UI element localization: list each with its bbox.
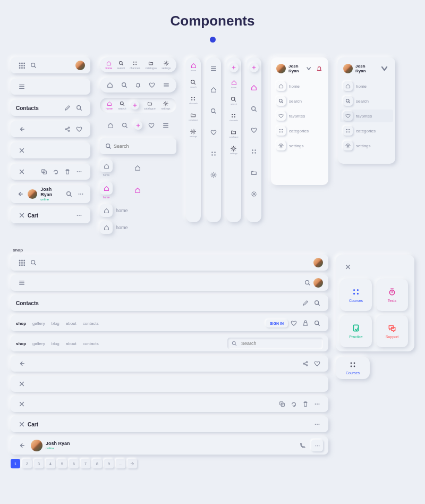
page-8[interactable]: 8 — [92, 459, 102, 468]
vrail-settings[interactable]: settings — [190, 129, 197, 138]
search-icon[interactable] — [118, 79, 130, 91]
tile-tests[interactable]: Tests — [376, 279, 408, 311]
menu-icon[interactable] — [16, 277, 28, 289]
gear-icon[interactable] — [208, 169, 219, 181]
page-ellipsis[interactable]: … — [116, 459, 125, 468]
nav-shop[interactable]: shop — [16, 321, 26, 326]
close-icon[interactable] — [16, 418, 28, 430]
vrail-catalogue[interactable]: catalogue — [229, 129, 238, 138]
home-chip[interactable] — [100, 159, 113, 172]
search-input[interactable] — [112, 144, 173, 149]
gear-icon[interactable] — [248, 188, 260, 200]
more-icon[interactable] — [73, 209, 85, 221]
page-9[interactable]: 9 — [104, 459, 114, 468]
sb-categories[interactable]: categories — [342, 124, 391, 137]
page-next[interactable] — [128, 459, 137, 468]
page-3[interactable]: 3 — [34, 459, 44, 468]
heart-icon[interactable] — [73, 123, 85, 135]
add-button[interactable] — [131, 101, 139, 110]
home-chip[interactable] — [100, 221, 113, 234]
back-icon[interactable] — [16, 123, 28, 135]
back-icon[interactable] — [16, 188, 24, 200]
search-input[interactable] — [239, 341, 319, 346]
menu-icon[interactable] — [208, 63, 219, 74]
page-6[interactable]: 6 — [69, 459, 79, 468]
home-icon[interactable] — [208, 84, 219, 96]
back-icon[interactable] — [16, 358, 28, 369]
nav-shop[interactable]: shop — [16, 341, 26, 346]
phone-icon[interactable] — [296, 440, 308, 451]
tile-support[interactable]: Support — [376, 315, 408, 347]
sb-home[interactable]: home — [342, 80, 391, 93]
more-button[interactable] — [311, 440, 323, 451]
add-button[interactable] — [229, 63, 239, 72]
chevron-down-icon[interactable] — [379, 63, 390, 74]
nav-search[interactable]: search — [116, 61, 126, 70]
search-icon[interactable] — [65, 188, 73, 200]
sb-categories[interactable]: categories — [275, 124, 324, 137]
close-icon[interactable] — [16, 145, 28, 156]
vrail-catalogue[interactable]: catalogue — [189, 112, 198, 121]
search-icon[interactable] — [311, 297, 323, 309]
sb-settings[interactable]: settings — [342, 139, 391, 152]
tile-courses-single[interactable]: Courses — [336, 357, 370, 379]
share-icon[interactable] — [300, 358, 311, 369]
menu-icon[interactable] — [16, 81, 28, 93]
more-icon[interactable] — [311, 398, 323, 410]
home-icon[interactable] — [132, 162, 143, 174]
avatar[interactable] — [343, 64, 353, 73]
dots4-icon[interactable] — [248, 146, 260, 157]
copy-icon[interactable] — [38, 166, 50, 178]
bell-icon[interactable] — [132, 79, 144, 91]
folder-icon[interactable] — [248, 167, 260, 179]
menu-icon[interactable] — [160, 79, 172, 91]
vrail-search[interactable]: search — [190, 79, 197, 88]
avatar[interactable] — [276, 64, 286, 73]
sb-search[interactable]: search — [342, 95, 391, 107]
search-icon[interactable] — [73, 102, 85, 114]
heart-icon[interactable] — [288, 317, 300, 329]
page-4[interactable]: 4 — [46, 459, 55, 468]
chevron-down-icon[interactable] — [305, 63, 312, 74]
home-chip-active[interactable] — [100, 182, 113, 195]
dots4-icon[interactable] — [208, 148, 219, 159]
bell-icon[interactable] — [316, 63, 323, 74]
search-icon[interactable] — [248, 103, 260, 115]
heart-icon[interactable] — [208, 127, 219, 138]
grid-icon[interactable] — [16, 257, 28, 268]
nav-home[interactable]: home — [105, 101, 114, 110]
close-icon[interactable] — [16, 398, 28, 410]
nav-gallery[interactable]: gallery — [32, 321, 45, 326]
close-icon[interactable] — [16, 209, 28, 221]
search-icon[interactable] — [302, 277, 313, 289]
search-icon[interactable] — [208, 105, 219, 117]
sb-search[interactable]: search — [275, 95, 324, 107]
menu-icon[interactable] — [160, 120, 172, 131]
sb-settings[interactable]: settings — [275, 139, 324, 152]
vrail-channels[interactable]: channels — [230, 113, 238, 122]
nav-gallery[interactable]: gallery — [32, 341, 45, 346]
more-icon[interactable] — [73, 166, 85, 178]
pencil-icon[interactable] — [62, 102, 73, 114]
tile-courses[interactable]: Courses — [340, 279, 372, 311]
close-icon[interactable] — [16, 378, 28, 390]
vrail-home[interactable]: home — [191, 63, 197, 72]
copy-icon[interactable] — [276, 398, 288, 410]
vrail-home[interactable]: home — [231, 80, 237, 89]
avatar[interactable] — [313, 258, 323, 267]
more-icon[interactable] — [311, 418, 323, 430]
page-2[interactable]: 2 — [22, 459, 32, 468]
page-1[interactable]: 1 — [11, 459, 20, 468]
nav-about[interactable]: about — [66, 321, 76, 326]
add-button[interactable] — [249, 63, 259, 72]
search-icon[interactable] — [28, 257, 39, 268]
sb-home[interactable]: home — [275, 80, 324, 93]
bag-icon[interactable] — [300, 317, 311, 329]
home-icon[interactable] — [105, 120, 116, 131]
avatar[interactable] — [28, 189, 37, 199]
search-icon[interactable] — [28, 60, 39, 71]
tile-practice[interactable]: Practice — [340, 315, 372, 347]
more-icon[interactable] — [76, 188, 85, 200]
nav-about[interactable]: about — [66, 341, 76, 346]
vrail-channels[interactable]: channels — [189, 96, 198, 105]
